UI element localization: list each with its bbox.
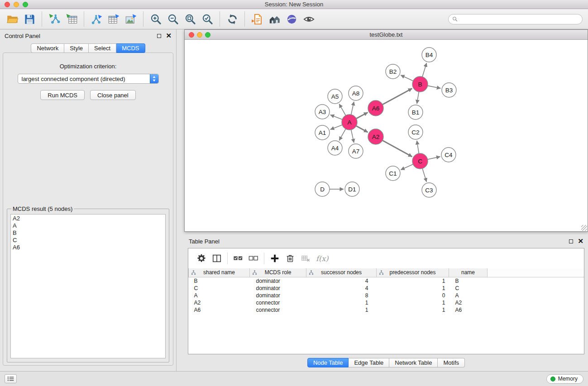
table-cell[interactable]: A6 <box>189 306 250 314</box>
table-cell[interactable]: 1 <box>377 299 449 306</box>
graph-edge-B-B4[interactable] <box>422 63 426 77</box>
import-network-icon[interactable] <box>46 11 63 27</box>
table-cell[interactable]: A <box>449 292 488 299</box>
mcds-result-item[interactable]: A <box>13 222 163 229</box>
table-row[interactable]: Cdominator41C <box>189 285 584 292</box>
table-cell[interactable]: dominator <box>250 292 306 299</box>
resize-grip[interactable] <box>581 225 587 231</box>
table-cell[interactable]: A <box>189 292 250 299</box>
zoom-in-icon[interactable] <box>147 11 164 27</box>
delete-table-icon[interactable] <box>298 251 313 266</box>
sphere-icon[interactable] <box>283 11 300 27</box>
network-canvas[interactable]: B4B2BB3A5A8A6A3B1AA1C2A2A4A7CC4C1C3DD1 <box>185 40 588 231</box>
graph-node-A1[interactable]: A1 <box>315 125 330 140</box>
deselect-all-icon[interactable] <box>246 251 261 266</box>
table-cell[interactable]: 4 <box>306 285 377 292</box>
close-panel-icon[interactable]: ✕ <box>166 33 172 38</box>
zoom-out-icon[interactable] <box>164 11 182 27</box>
graph-edge-C-C1[interactable] <box>401 164 413 170</box>
table-cell[interactable]: 1 <box>377 306 449 314</box>
add-row-icon[interactable] <box>267 251 282 266</box>
graph-edge-B-B2[interactable] <box>401 75 413 81</box>
graph-node-A8[interactable]: A8 <box>349 86 363 100</box>
graph-edge-A-A1[interactable] <box>330 125 342 129</box>
column-header-shared-name[interactable]: shared name <box>189 268 250 277</box>
graph-node-A3[interactable]: A3 <box>315 105 330 119</box>
open-folder-icon[interactable] <box>4 11 21 27</box>
mcds-result-item[interactable]: B <box>13 229 163 237</box>
export-table-icon[interactable] <box>105 11 122 27</box>
mcds-result-item[interactable]: C <box>13 237 163 244</box>
tab-motifs[interactable]: Motifs <box>438 358 465 367</box>
graph-node-D[interactable]: D <box>315 182 330 196</box>
graph-edge-A-A2[interactable] <box>356 126 368 132</box>
criterion-dropdown[interactable]: largest connected component (directed) <box>18 74 159 84</box>
table-cell[interactable]: C <box>449 285 488 292</box>
table-cell[interactable]: 0 <box>377 292 449 299</box>
fullscreen-window-button[interactable] <box>23 2 28 7</box>
graph-node-C1[interactable]: C1 <box>386 166 400 181</box>
refresh-icon[interactable] <box>224 11 241 27</box>
table-cell[interactable]: A2 <box>449 299 488 306</box>
graph-node-B4[interactable]: B4 <box>422 48 436 62</box>
search-box[interactable] <box>448 14 583 24</box>
tab-style[interactable]: Style <box>64 43 89 53</box>
close-panel-button[interactable]: Close panel <box>90 90 136 100</box>
eye-icon[interactable] <box>300 11 317 27</box>
export-network-icon[interactable] <box>88 11 105 27</box>
column-header-name[interactable]: name <box>449 268 488 277</box>
table-cell[interactable]: 1 <box>377 285 449 292</box>
graph-edge-C-C4[interactable] <box>428 157 440 159</box>
zoom-selected-icon[interactable] <box>199 11 216 27</box>
run-mcds-button[interactable]: Run MCDS <box>40 90 85 100</box>
table-cell[interactable]: A2 <box>189 299 250 306</box>
table-cell[interactable]: 4 <box>306 277 377 285</box>
delete-row-icon[interactable] <box>282 251 298 266</box>
graph-edge-A-A3[interactable] <box>330 115 342 119</box>
graph-node-B2[interactable]: B2 <box>386 64 400 79</box>
table-row[interactable]: A2connector11A2 <box>189 299 584 306</box>
close-window-button[interactable] <box>5 2 10 7</box>
graph-node-B1[interactable]: B1 <box>408 105 423 119</box>
network-graph[interactable]: B4B2BB3A5A8A6A3B1AA1C2A2A4A7CC4C1C3DD1 <box>185 40 588 231</box>
table-cell[interactable]: connector <box>250 306 306 314</box>
graph-edge-C-C3[interactable] <box>422 168 426 182</box>
graph-node-A4[interactable]: A4 <box>328 141 342 155</box>
save-icon[interactable] <box>21 11 38 27</box>
graph-edge-B-B3[interactable] <box>428 86 441 88</box>
graph-node-A5[interactable]: A5 <box>328 89 342 104</box>
network-zoom-button[interactable] <box>205 32 210 38</box>
mcds-result-item[interactable]: A2 <box>13 215 163 222</box>
table-cell[interactable]: connector <box>250 299 306 306</box>
graph-node-A2[interactable]: A2 <box>368 129 383 144</box>
column-header-predecessor-nodes[interactable]: predecessor nodes <box>377 268 449 277</box>
memory-button[interactable]: Memory <box>546 374 583 384</box>
graph-edge-A-A8[interactable] <box>351 102 354 115</box>
mcds-result-item[interactable]: A6 <box>13 244 163 251</box>
houses-icon[interactable] <box>266 11 283 27</box>
select-all-icon[interactable] <box>230 251 246 266</box>
tab-network-table[interactable]: Network Table <box>389 358 438 367</box>
network-close-button[interactable] <box>189 32 194 38</box>
column-header-successor-nodes[interactable]: successor nodes <box>306 268 377 277</box>
table-cell[interactable]: B <box>189 277 250 285</box>
float-panel-icon[interactable] <box>157 34 161 38</box>
graph-edge-A-A5[interactable] <box>339 104 345 116</box>
tab-node-table[interactable]: Node Table <box>307 358 349 367</box>
document-icon[interactable] <box>249 11 266 27</box>
graph-edge-A-A4[interactable] <box>339 129 345 141</box>
tab-edge-table[interactable]: Edge Table <box>349 358 389 367</box>
task-history-button[interactable] <box>5 374 17 383</box>
graph-edge-B-B1[interactable] <box>417 92 419 104</box>
table-cell[interactable]: 1 <box>377 277 449 285</box>
table-cell[interactable]: A6 <box>449 306 488 314</box>
table-row[interactable]: Adominator80A <box>189 292 584 299</box>
graph-edge-A2-C[interactable] <box>382 140 412 157</box>
function-builder-icon[interactable]: f(x) <box>313 254 331 263</box>
graph-node-A[interactable]: A <box>342 114 357 130</box>
graph-edge-A6-B[interactable] <box>382 89 412 105</box>
graph-node-B3[interactable]: B3 <box>442 83 456 97</box>
graph-edge-C-C2[interactable] <box>417 141 419 153</box>
graph-edge-A-A7[interactable] <box>351 130 354 143</box>
import-table-icon[interactable] <box>63 11 80 27</box>
